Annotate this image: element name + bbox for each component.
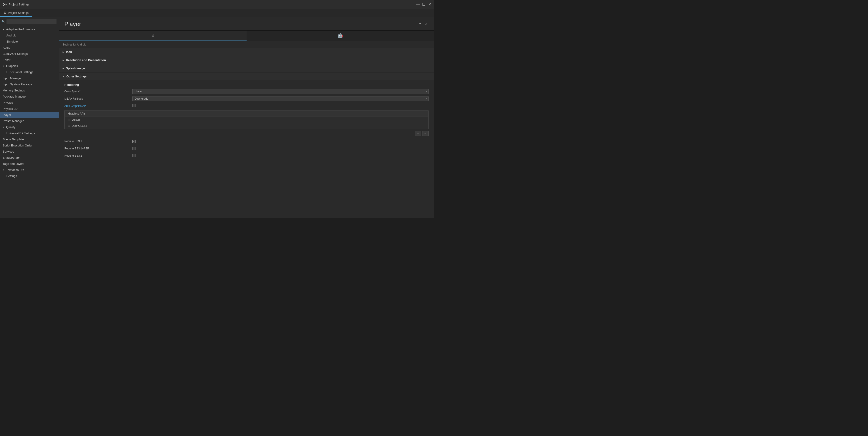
add-api-button[interactable]: +	[415, 131, 421, 136]
minimize-button[interactable]: —	[416, 3, 420, 6]
api-controls: + −	[64, 131, 429, 136]
auto-graphics-api-value	[132, 104, 429, 108]
api-item-opengles3: ≡ OpenGLES3	[65, 123, 428, 129]
auto-graphics-api-checkbox[interactable]	[132, 104, 135, 107]
header-icons: ? ⤢	[418, 22, 429, 27]
sidebar-item-graphics[interactable]: ▼ Graphics	[0, 63, 59, 69]
require-es31-aep-checkbox[interactable]	[132, 147, 135, 150]
other-settings-header[interactable]: ▼ Other Settings	[59, 72, 434, 80]
sidebar-item-burst-aot[interactable]: Burst AOT Settings	[0, 51, 59, 57]
drag-handle-icon: ≡	[68, 124, 70, 128]
sidebar-item-label: Player	[3, 113, 11, 116]
sidebar-item-input-system[interactable]: Input System Package	[0, 81, 59, 88]
sidebar-item-label: Burst AOT Settings	[3, 52, 28, 56]
sidebar-item-player[interactable]: Player	[0, 112, 59, 118]
sidebar-item-textmesh-pro[interactable]: ▼ TextMesh Pro	[0, 167, 59, 173]
other-settings-arrow: ▼	[63, 75, 65, 78]
sidebar-item-memory-settings[interactable]: Memory Settings	[0, 88, 59, 94]
color-space-select-wrapper: Linear Gamma	[132, 89, 429, 94]
page-title: Player	[64, 21, 81, 28]
sidebar-item-label: Android	[6, 34, 17, 37]
chevron-down-icon: ▼	[3, 126, 5, 128]
resolution-section-header[interactable]: ▶ Resolution and Presentation	[59, 56, 434, 64]
sidebar-item-physics[interactable]: Physics	[0, 100, 59, 106]
sidebar-item-services[interactable]: Services	[0, 148, 59, 155]
sidebar-item-label: Physics 2D	[3, 107, 18, 110]
sidebar-item-editor[interactable]: Editor	[0, 57, 59, 63]
splash-section: ▶ Splash Image	[59, 64, 434, 72]
sidebar-item-label: Audio	[3, 46, 10, 49]
sidebar-item-preset-manager[interactable]: Preset Manager	[0, 118, 59, 124]
splash-section-header[interactable]: ▶ Splash Image	[59, 64, 434, 72]
settings-for-label: Settings for Android	[59, 41, 434, 48]
project-settings-tab[interactable]: ⚙ Project Settings	[0, 9, 32, 17]
sidebar-item-tags-and-layers[interactable]: Tags and Layers	[0, 161, 59, 167]
help-icon[interactable]: ?	[418, 22, 422, 27]
android-icon: 🤖	[337, 33, 343, 38]
sidebar-item-universal-rp[interactable]: Universal RP Settings	[0, 130, 59, 136]
color-space-value: Linear Gamma	[132, 89, 429, 94]
sidebar-item-package-manager[interactable]: Package Manager	[0, 94, 59, 100]
sidebar-item-audio[interactable]: Audio	[0, 44, 59, 51]
icon-section: ▶ Icon	[59, 48, 434, 56]
graphics-apis-list: ≡ Vulkan ≡ OpenGLES3	[64, 116, 429, 129]
require-es32-checkbox[interactable]	[132, 154, 135, 157]
sidebar-item-label: Services	[3, 150, 14, 153]
require-es32-value	[132, 154, 429, 158]
color-space-select[interactable]: Linear Gamma	[132, 89, 429, 94]
sidebar-item-label: Simulator	[6, 40, 19, 43]
sidebar-item-input-manager[interactable]: Input Manager	[0, 75, 59, 81]
sidebar-item-label: Package Manager	[3, 95, 27, 98]
sidebar-item-physics-2d[interactable]: Physics 2D	[0, 106, 59, 112]
layout-icon[interactable]: ⤢	[424, 22, 429, 27]
gear-icon: ⚙	[4, 11, 7, 14]
sidebar-item-tmp-settings[interactable]: Settings	[0, 173, 59, 179]
rendering-title: Rendering	[64, 83, 429, 87]
sidebar-item-android[interactable]: Android	[0, 32, 59, 38]
sidebar-item-simulator[interactable]: Simulator	[0, 38, 59, 44]
api-item-label: Vulkan	[72, 118, 80, 121]
sidebar-item-label: URP Global Settings	[6, 70, 33, 74]
maximize-button[interactable]: ☐	[422, 3, 425, 6]
sidebar-item-label: Input System Package	[3, 82, 32, 86]
chevron-down-icon: ▼	[3, 65, 5, 67]
sidebar-item-label: Settings	[6, 174, 17, 178]
sidebar-item-label: Quality	[6, 125, 15, 129]
require-es31-aep-row: Require ES3.1+AEP	[64, 146, 429, 151]
close-button[interactable]: ✕	[428, 3, 431, 6]
sidebar-item-script-execution[interactable]: Script Execution Order	[0, 142, 59, 148]
platform-tab-desktop[interactable]: 🖥	[59, 31, 247, 41]
require-es31-value	[132, 139, 429, 143]
sidebar-item-quality[interactable]: ▼ Quality	[0, 124, 59, 130]
api-item-vulkan: ≡ Vulkan	[65, 117, 428, 123]
resolution-section-arrow: ▶	[63, 59, 64, 61]
splash-section-arrow: ▶	[63, 67, 64, 69]
sidebar-item-label: Memory Settings	[3, 89, 25, 92]
splash-section-title: Splash Image	[66, 67, 85, 70]
sidebar-item-adaptive-performance[interactable]: ▼ Adaptive Performance	[0, 26, 59, 32]
msaa-fallback-select[interactable]: Downgrade None	[132, 96, 429, 101]
remove-api-button[interactable]: −	[422, 131, 429, 136]
require-es31-checkbox[interactable]	[132, 140, 135, 143]
sidebar-item-label: ShaderGraph	[3, 156, 21, 159]
msaa-fallback-row: MSAA Fallback Downgrade None	[64, 96, 429, 101]
other-settings-section: ▼ Other Settings Rendering Color Space* …	[59, 72, 434, 163]
drag-handle-icon: ≡	[68, 118, 70, 121]
require-es32-label: Require ES3.2	[64, 154, 132, 157]
sidebar-item-label: Script Execution Order	[3, 144, 32, 147]
content-area: Player ? ⤢ 🖥 🤖 Settings for Android ▶ Ic…	[59, 17, 434, 218]
auto-graphics-api-label[interactable]: Auto Graphics API	[64, 104, 132, 107]
sidebar-item-urp-global[interactable]: URP Global Settings	[0, 69, 59, 75]
sidebar-item-label: Input Manager	[3, 76, 22, 80]
icon-section-header[interactable]: ▶ Icon	[59, 48, 434, 56]
require-es32-row: Require ES3.2	[64, 153, 429, 159]
require-es31-row: Require ES3.1	[64, 138, 429, 144]
sidebar-item-shadergraph[interactable]: ShaderGraph	[0, 155, 59, 161]
search-container: 🔍	[7, 19, 56, 24]
search-input[interactable]	[7, 19, 56, 24]
platform-tab-android[interactable]: 🤖	[247, 31, 434, 41]
sidebar-item-label: Tags and Layers	[3, 162, 24, 166]
sidebar-item-scene-template[interactable]: Scene Template	[0, 136, 59, 142]
sidebar-item-label: Adaptive Performance	[6, 28, 35, 31]
app-icon	[3, 2, 7, 6]
